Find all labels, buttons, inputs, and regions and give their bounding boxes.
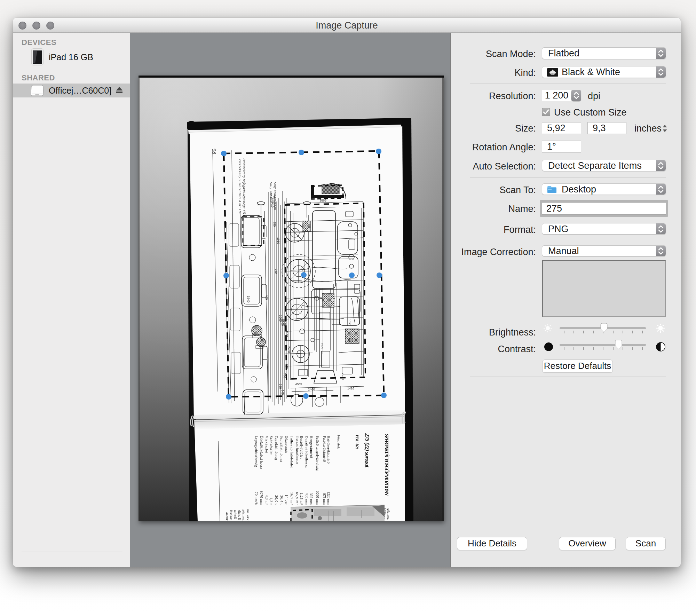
svg-text:6000 mm: 6000 mm (316, 491, 319, 505)
svg-text:Főadatok: Főadatok (337, 435, 341, 449)
svg-text:1940: 1940 (247, 296, 250, 302)
svg-text:545: 545 (281, 390, 284, 395)
svg-text:1'B1'-h2t: 1'B1'-h2t (355, 434, 359, 449)
svg-text:2400: 2400 (308, 388, 315, 391)
svg-text:65,9 m²: 65,9 m² (295, 492, 299, 505)
svg-text:645*10: 645*10 (271, 198, 274, 207)
svg-text:1,25 m²: 1,25 m² (300, 493, 303, 505)
svg-text:330: 330 (279, 384, 282, 389)
svg-text:Vízszekrény víztartalma 4: Vízszekrény víztartalma 4 m³ 1¼. (238, 158, 242, 215)
svg-text:4065: 4065 (295, 382, 302, 386)
svg-text:16,7 m²: 16,7 m² (290, 492, 294, 505)
svg-text:36,4 t: 36,4 t (280, 495, 284, 505)
svg-text:gőzmoz: gőzmoz (387, 508, 390, 520)
svg-text:98: 98 (211, 149, 217, 154)
svg-text:1416: 1416 (347, 387, 354, 390)
svg-text:mellékv: mellékv (246, 509, 250, 520)
svg-text:20,0 t: 20,0 t (275, 495, 278, 505)
svg-text:70 km/h: 70 km/h (254, 492, 258, 505)
svg-text:460 mm: 460 mm (305, 493, 309, 505)
svg-text:Hengerátmérő: Hengerátmérő (309, 436, 313, 458)
svg-text:Szolgálati tömeg: Szolgálati tömeg (280, 436, 284, 463)
svg-text:355 mm: 355 mm (309, 493, 313, 505)
svg-text:1050: 1050 (348, 319, 351, 325)
svg-text:Legnagyobb sebesség: Legnagyobb sebesség (254, 436, 258, 467)
svg-text:2450: 2450 (287, 346, 291, 353)
svg-text:Vízkészlet: Vízkészlet (265, 436, 269, 453)
svg-text:gőzmoz: gőzmoz (242, 510, 246, 521)
svg-text:Dugattyú lökethossz: Dugattyú lökethossz (305, 436, 309, 468)
svg-text:terhelé: terhelé (234, 510, 237, 520)
svg-text:Szénkészlet: Szénkészlet (269, 436, 273, 455)
svg-text:940: 940 (275, 269, 278, 274)
svg-text:Tapadási tömeg: Tapadási tömeg (275, 436, 278, 460)
svg-text:Szélső tengelytávolság: Szélső tengelytávolság (316, 436, 319, 471)
svg-text:dtek. E: dtek. E (238, 510, 242, 520)
svg-text:Gőznyomás: Gőznyomás (285, 436, 288, 453)
svg-text:1220 mm: 1220 mm (327, 491, 331, 505)
svg-text:Összes fűtőfelület: Összes fűtőfelület (295, 436, 299, 464)
svg-text:550: 550 (269, 193, 272, 198)
svg-text:SZERTARTÁLYOS GŐZMOZDONY: SZERTARTÁLYOS GŐZMOZDONY (384, 434, 389, 497)
svg-text:1,3 t: 1,3 t (269, 497, 273, 505)
svg-text:lásokat: lásokat (229, 510, 233, 520)
svg-text:Hajtókerékátmérő: Hajtókerékátmérő (327, 436, 331, 464)
svg-text:3600: 3600 (321, 343, 324, 349)
svg-text:850: 850 (273, 222, 276, 227)
svg-text:1950: 1950 (277, 237, 280, 244)
svg-text:Futókerékátmérő: Futókerékátmérő (323, 436, 326, 462)
svg-text:4,0 m³: 4,0 m³ (265, 495, 269, 505)
svg-text:490: 490 (265, 295, 268, 300)
svg-text:8670 mm: 8670 mm (260, 491, 263, 505)
svg-text:Túlhevítő fűtőfelület: Túlhevítő fűtőfelület (290, 436, 294, 468)
svg-text:Rostélyfelület: Rostélyfelület (300, 436, 303, 459)
svg-text:Szénszekrény befogadó képesség: Szénszekrény befogadó képessége 1¾ t. (242, 158, 246, 217)
svg-text:azonk: azonk (225, 512, 229, 521)
svg-text:875 mm: 875 mm (323, 493, 326, 505)
svg-text:275 (22) sorozat: 275 (22) sorozat (364, 433, 371, 468)
svg-text:14 bar: 14 bar (285, 495, 288, 505)
svg-text:Ütközők közötti hossz: Ütközők közötti hossz (260, 436, 263, 469)
